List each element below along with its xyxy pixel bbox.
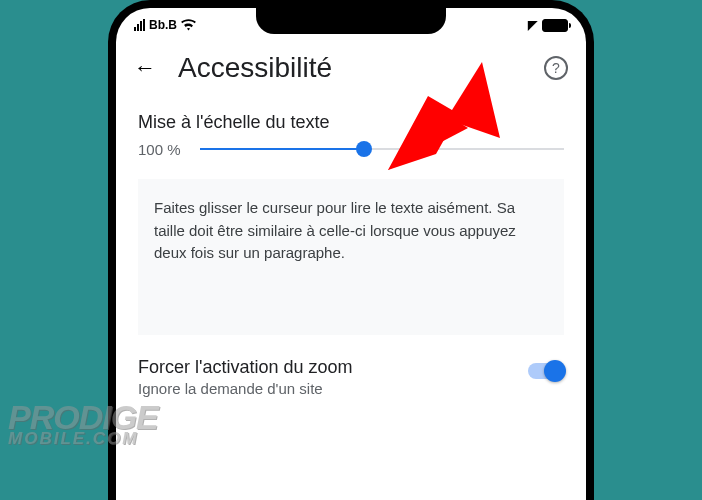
slider-fill	[200, 148, 364, 150]
force-zoom-subtitle: Ignore la demande d'un site	[138, 380, 353, 397]
app-header: ← Accessibilité ?	[116, 38, 586, 94]
force-zoom-toggle[interactable]	[528, 363, 564, 379]
text-scaling-slider[interactable]	[200, 139, 564, 159]
cell-signal-icon	[134, 19, 145, 31]
force-zoom-title: Forcer l'activation du zoom	[138, 357, 353, 378]
wifi-icon	[181, 18, 196, 33]
text-scaling-percent: 100 %	[138, 141, 186, 158]
battery-icon	[542, 19, 568, 32]
text-scaling-label: Mise à l'échelle du texte	[138, 112, 564, 133]
help-icon[interactable]: ?	[544, 56, 568, 80]
force-zoom-section: Forcer l'activation du zoom Ignore la de…	[116, 335, 586, 397]
watermark-line1: PRODIGE	[8, 403, 158, 432]
slider-thumb[interactable]	[356, 141, 372, 157]
text-scaling-preview: Faites glisser le curseur pour lire le t…	[138, 179, 564, 335]
phone-frame: Bb.B ◤ ← Accessibilité ? Mise à l'échell…	[108, 0, 594, 500]
text-scaling-section: Mise à l'échelle du texte 100 %	[116, 94, 586, 165]
back-arrow-icon[interactable]: ←	[134, 55, 156, 81]
page-title: Accessibilité	[178, 52, 522, 84]
watermark-line2: MOBILE.COM	[8, 432, 158, 446]
screen: Bb.B ◤ ← Accessibilité ? Mise à l'échell…	[116, 8, 586, 500]
notch	[256, 8, 446, 34]
watermark: PRODIGE MOBILE.COM	[8, 403, 158, 446]
carrier-label: Bb.B	[149, 18, 177, 32]
location-icon: ◤	[528, 18, 537, 32]
